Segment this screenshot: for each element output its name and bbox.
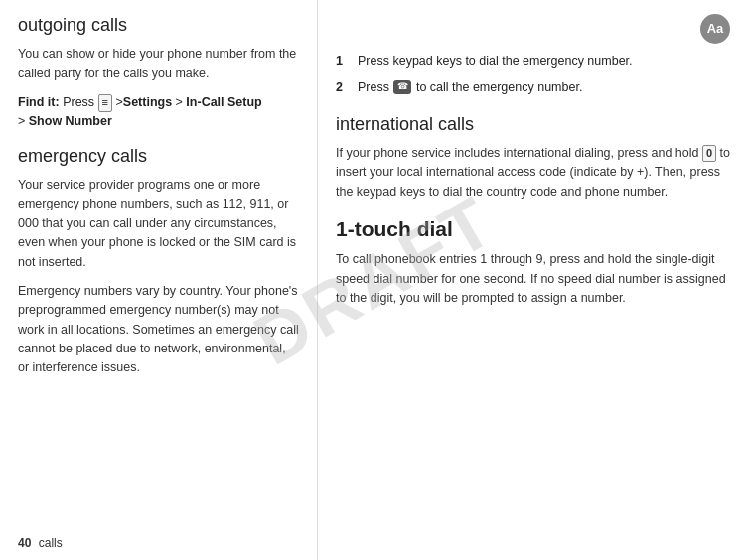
one-touch-dial-body: To call phonebook entries 1 through 9, p… — [336, 250, 730, 308]
step-2-text: Press to call the emergency number. — [358, 78, 582, 97]
step-2: 2 Press to call the emergency number. — [336, 78, 730, 97]
settings-label: Settings — [123, 95, 172, 109]
press-label: Press — [63, 95, 94, 109]
left-column: outgoing calls You can show or hide your… — [0, 0, 318, 560]
step-1-text: Press keypad keys to dial the emergency … — [358, 52, 633, 70]
step-1-number: 1 — [336, 52, 354, 70]
separator2: > — [172, 95, 186, 109]
outgoing-calls-heading: outgoing calls — [18, 14, 299, 37]
page-footer: 40 calls — [18, 536, 63, 550]
zero-key-icon: 0 — [702, 145, 716, 162]
in-call-setup-label: In-Call Setup — [186, 95, 261, 109]
outgoing-calls-body: You can show or hide your phone number f… — [18, 45, 299, 83]
aa-icon: Aa — [700, 14, 730, 44]
emergency-calls-heading: emergency calls — [18, 145, 299, 168]
find-it-label: Find it: — [18, 95, 60, 109]
emergency-calls-section: emergency calls Your service provider pr… — [18, 145, 299, 378]
right-column: Aa 1 Press keypad keys to dial the emerg… — [318, 0, 748, 560]
find-it-line: Find it: Press ≡ >Settings > In-Call Set… — [18, 93, 299, 131]
menu-key-icon: ≡ — [98, 94, 112, 111]
emergency-calls-body2: Emergency numbers vary by country. Your … — [18, 282, 299, 378]
outgoing-calls-section: outgoing calls You can show or hide your… — [18, 14, 299, 131]
emergency-steps-list: 1 Press keypad keys to dial the emergenc… — [336, 52, 730, 97]
step-2-number: 2 — [336, 78, 354, 97]
aa-icon-wrapper: Aa — [692, 14, 730, 44]
emergency-calls-body1: Your service provider programs one or mo… — [18, 176, 299, 272]
call-key-icon — [393, 80, 411, 94]
page-container: outgoing calls You can show or hide your… — [0, 0, 748, 560]
separator3: > — [18, 114, 29, 128]
international-calls-body: If your phone service includes internati… — [336, 144, 730, 202]
show-number-label: Show Number — [29, 114, 112, 128]
page-number: 40 — [18, 536, 31, 550]
international-calls-section: international calls If your phone servic… — [336, 113, 730, 203]
one-touch-dial-heading: 1-touch dial — [336, 215, 730, 242]
separator1: > — [115, 95, 122, 109]
step-1: 1 Press keypad keys to dial the emergenc… — [336, 52, 730, 70]
one-touch-dial-section: 1-touch dial To call phonebook entries 1… — [336, 215, 730, 308]
footer-section-label: calls — [39, 536, 63, 550]
international-calls-heading: international calls — [336, 113, 730, 136]
